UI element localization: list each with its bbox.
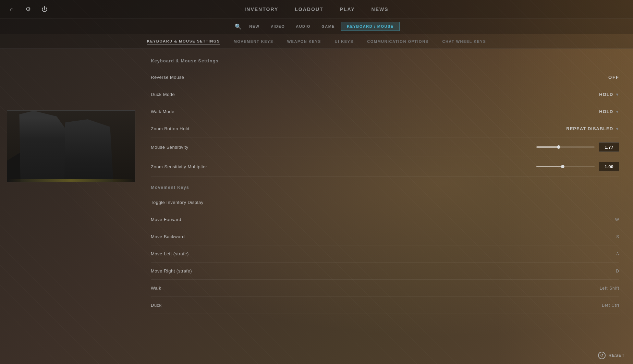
move-left-label: Move Left (strafe) xyxy=(151,251,189,256)
setting-row-duck: Duck Left Ctrl xyxy=(151,297,619,314)
duck-label: Duck xyxy=(151,303,162,308)
setting-row-move-backward: Move Backward S xyxy=(151,228,619,245)
nav-item-inventory[interactable]: INVENTORY xyxy=(243,4,280,15)
setting-row-move-left: Move Left (strafe) A xyxy=(151,245,619,263)
zoom-sensitivity-input[interactable]: 1.00 xyxy=(599,162,619,171)
walk-mode-chevron: ▼ xyxy=(615,109,619,114)
zoom-button-hold-dropdown[interactable]: REPEAT DISABLED ▼ xyxy=(566,126,619,131)
left-panel xyxy=(0,49,144,364)
zoom-sensitivity-slider-container[interactable]: 1.00 xyxy=(536,162,619,171)
movement-keys-title: Movement Keys xyxy=(151,185,619,190)
mouse-sensitivity-fill xyxy=(536,146,559,148)
duck-mode-dropdown[interactable]: HOLD ▼ xyxy=(599,92,619,97)
settings-nav-new[interactable]: NEW xyxy=(244,22,264,31)
move-backward-label: Move Backward xyxy=(151,234,185,239)
setting-row-walk: Walk Left Shift xyxy=(151,280,619,297)
reset-label: RESET xyxy=(608,353,625,358)
nav-item-loadout[interactable]: LOADOUT xyxy=(293,4,325,15)
mouse-sensitivity-track[interactable] xyxy=(536,146,595,148)
settings-nav-keyboard[interactable]: KEYBOARD / MOUSE xyxy=(341,22,399,31)
walk-mode-dropdown[interactable]: HOLD ▼ xyxy=(599,109,619,114)
settings-nav-video[interactable]: VIDEO xyxy=(266,22,290,31)
zoom-button-hold-value: REPEAT DISABLED xyxy=(566,126,613,131)
sub-nav: KEYBOARD & MOUSE SETTINGS MOVEMENT KEYS … xyxy=(0,34,633,49)
settings-nav: 🔍 NEW VIDEO AUDIO GAME KEYBOARD / MOUSE xyxy=(0,19,633,34)
keyboard-settings-title: Keyboard & Mouse Settings xyxy=(151,58,619,63)
top-bar: ⌂ ⚙ ⏻ INVENTORY LOADOUT PLAY NEWS xyxy=(0,0,633,19)
setting-row-zoom-button-hold: Zoom Button Hold REPEAT DISABLED ▼ xyxy=(151,120,619,137)
walk-label: Walk xyxy=(151,286,161,291)
sub-nav-weapon-keys[interactable]: WEAPON KEYS xyxy=(287,38,321,45)
walk-mode-value: HOLD xyxy=(599,109,613,114)
setting-row-move-right: Move Right (strafe) D xyxy=(151,263,619,280)
home-icon[interactable]: ⌂ xyxy=(7,4,16,14)
mouse-sensitivity-input[interactable]: 1.77 xyxy=(599,142,619,152)
setting-row-reverse-mouse: Reverse Mouse OFF xyxy=(151,69,619,86)
setting-row-mouse-sensitivity: Mouse Sensitivity 1.77 xyxy=(151,137,619,157)
main-content: Keyboard & Mouse Settings Reverse Mouse … xyxy=(0,49,633,364)
sub-nav-keyboard-mouse-settings[interactable]: KEYBOARD & MOUSE SETTINGS xyxy=(147,38,220,45)
mouse-sensitivity-thumb[interactable] xyxy=(557,145,560,149)
move-backward-binding[interactable]: S xyxy=(616,234,619,239)
sub-nav-chat-wheel-keys[interactable]: CHAT WHEEL KEYS xyxy=(442,38,486,45)
setting-row-zoom-sensitivity: Zoom Sensitivity Multiplier 1.00 xyxy=(151,157,619,177)
reverse-mouse-off: OFF xyxy=(608,75,619,80)
settings-nav-audio[interactable]: AUDIO xyxy=(291,22,315,31)
reset-button[interactable]: ↺ RESET xyxy=(598,352,625,359)
setting-row-toggle-inventory: Toggle Inventory Display xyxy=(151,194,619,211)
move-forward-binding[interactable]: W xyxy=(615,217,619,222)
duck-binding[interactable]: Left Ctrl xyxy=(602,303,619,308)
search-button[interactable]: 🔍 xyxy=(233,22,243,31)
move-right-label: Move Right (strafe) xyxy=(151,268,192,274)
duck-mode-label: Duck Mode xyxy=(151,92,175,97)
nav-item-news[interactable]: NEWS xyxy=(370,4,390,15)
move-right-binding[interactable]: D xyxy=(616,269,619,274)
setting-row-walk-mode: Walk Mode HOLD ▼ xyxy=(151,103,619,120)
sub-nav-movement-keys[interactable]: MOVEMENT KEYS xyxy=(234,38,273,45)
zoom-button-hold-label: Zoom Button Hold xyxy=(151,126,190,131)
settings-nav-game[interactable]: GAME xyxy=(317,22,340,31)
reverse-mouse-value[interactable]: OFF xyxy=(608,75,619,80)
zoom-sensitivity-thumb[interactable] xyxy=(561,165,564,168)
top-bar-icons: ⌂ ⚙ ⏻ xyxy=(7,4,49,14)
toggle-inventory-label: Toggle Inventory Display xyxy=(151,200,204,205)
settings-panel: Keyboard & Mouse Settings Reverse Mouse … xyxy=(144,49,633,364)
walk-binding[interactable]: Left Shift xyxy=(600,286,619,291)
duck-mode-chevron: ▼ xyxy=(615,92,619,97)
move-left-binding[interactable]: A xyxy=(616,252,619,256)
setting-row-move-forward: Move Forward W xyxy=(151,211,619,228)
zoom-sensitivity-track[interactable] xyxy=(536,166,595,167)
main-nav: INVENTORY LOADOUT PLAY NEWS xyxy=(243,4,390,15)
settings-icon[interactable]: ⚙ xyxy=(23,4,33,14)
duck-mode-value: HOLD xyxy=(599,92,613,97)
power-icon[interactable]: ⏻ xyxy=(40,4,49,14)
zoom-sensitivity-label: Zoom Sensitivity Multiplier xyxy=(151,164,207,169)
mouse-sensitivity-label: Mouse Sensitivity xyxy=(151,145,188,150)
player-image xyxy=(7,110,135,182)
zoom-sensitivity-fill xyxy=(536,166,563,167)
zoom-button-hold-chevron: ▼ xyxy=(615,126,619,131)
sub-nav-ui-keys[interactable]: UI KEYS xyxy=(335,38,354,45)
move-forward-label: Move Forward xyxy=(151,217,181,222)
mouse-sensitivity-slider-container[interactable]: 1.77 xyxy=(536,142,619,152)
reverse-mouse-label: Reverse Mouse xyxy=(151,75,184,80)
sub-nav-communication-options[interactable]: COMMUNICATION OPTIONS xyxy=(367,38,428,45)
nav-item-play[interactable]: PLAY xyxy=(339,4,356,15)
walk-mode-label: Walk Mode xyxy=(151,109,174,114)
setting-row-duck-mode: Duck Mode HOLD ▼ xyxy=(151,86,619,103)
bottom-bar: ↺ RESET xyxy=(590,347,633,364)
reset-icon: ↺ xyxy=(598,352,606,359)
